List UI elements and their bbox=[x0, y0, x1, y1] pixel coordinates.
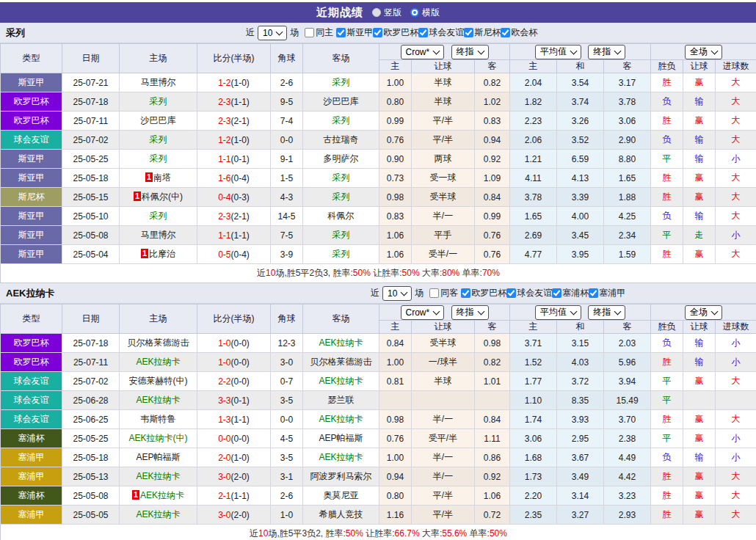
score-cell[interactable]: 1-2(1-0) bbox=[197, 73, 271, 92]
checkbox-checked-icon[interactable] bbox=[373, 28, 382, 37]
checkbox-checked-icon[interactable] bbox=[506, 288, 516, 298]
away-team-cell[interactable]: 奥莫尼亚 bbox=[303, 486, 379, 506]
team-link[interactable]: AEK拉纳卡 bbox=[319, 338, 363, 348]
team-link[interactable]: 比摩治 bbox=[149, 249, 175, 259]
team-link[interactable]: 采列 bbox=[332, 77, 350, 87]
home-team-cell[interactable]: AEP帕福斯 bbox=[120, 448, 197, 467]
away-team-cell[interactable]: AEK拉纳卡 bbox=[303, 448, 379, 467]
team-link[interactable]: AEK拉纳卡 bbox=[319, 414, 363, 424]
away-team-cell[interactable]: 采列 bbox=[303, 245, 379, 264]
home-team-cell[interactable]: 采列 bbox=[120, 131, 197, 150]
checkbox-checked-icon[interactable] bbox=[464, 28, 473, 37]
score-cell[interactable]: 1-1(1-1) bbox=[197, 226, 271, 245]
home-team-cell[interactable]: AEK拉纳卡 bbox=[120, 391, 197, 410]
away-team-cell[interactable]: 瑟兰联 bbox=[303, 391, 379, 410]
away-team-cell[interactable]: 希腊人竞技 bbox=[303, 506, 379, 525]
layout-radio-vertical[interactable]: 竖版 bbox=[372, 7, 401, 19]
team-link[interactable]: 科佩尔(中) bbox=[142, 191, 183, 202]
away-team-cell[interactable]: 阿波罗利马索尔 bbox=[303, 467, 379, 486]
fulltime-score[interactable]: 0-4 bbox=[218, 192, 230, 202]
team-link[interactable]: 瑟兰联 bbox=[328, 395, 355, 405]
team-link[interactable]: 沙巴巴库 bbox=[324, 96, 359, 106]
odds-stage-select[interactable]: 终指 bbox=[451, 45, 489, 59]
home-team-cell[interactable]: 采列 bbox=[120, 207, 197, 226]
odds-company-select[interactable]: Crow* bbox=[401, 305, 445, 320]
team-link[interactable]: AEK拉纳卡 bbox=[319, 452, 363, 462]
away-team-cell[interactable]: 采列 bbox=[303, 169, 379, 188]
team-link[interactable]: AEK拉纳卡 bbox=[136, 395, 180, 405]
away-team-cell[interactable]: 多明萨尔 bbox=[303, 150, 379, 169]
team-link[interactable]: AEK拉纳卡 bbox=[319, 376, 363, 386]
avg-stage-select[interactable]: 终指 bbox=[588, 45, 625, 59]
home-team-cell[interactable]: 安德莱赫特(中) bbox=[120, 372, 197, 391]
team-link[interactable]: 科佩尔 bbox=[328, 211, 355, 221]
fulltime-score[interactable]: 2-0 bbox=[218, 453, 230, 463]
score-cell[interactable]: 2-2(0-0) bbox=[197, 372, 271, 391]
team-link[interactable]: 马里博尔 bbox=[141, 230, 176, 240]
avg-source-select[interactable]: 平均值 bbox=[535, 305, 581, 320]
score-cell[interactable]: 1-2(1-0) bbox=[197, 131, 271, 150]
fulltime-score[interactable]: 1-6 bbox=[218, 173, 230, 183]
team-link[interactable]: AEP帕福斯 bbox=[319, 433, 363, 443]
fulltime-score[interactable]: 1-0 bbox=[218, 338, 230, 349]
team-link[interactable]: 采列 bbox=[332, 191, 350, 202]
away-team-cell[interactable]: 采列 bbox=[303, 112, 379, 131]
team-link[interactable]: 阿波罗利马索尔 bbox=[310, 471, 372, 481]
team-link[interactable]: 采列 bbox=[150, 211, 167, 221]
league-filter-item[interactable]: 斯尼杯 bbox=[464, 26, 501, 39]
team-link[interactable]: 采列 bbox=[332, 249, 350, 259]
home-team-cell[interactable]: 采列 bbox=[120, 92, 197, 112]
checkbox-checked-icon[interactable] bbox=[501, 28, 510, 37]
radio-icon[interactable] bbox=[372, 8, 381, 17]
league-filter-item[interactable]: 欧会杯 bbox=[501, 26, 537, 39]
team-link[interactable]: 希腊人竞技 bbox=[319, 509, 363, 519]
home-team-cell[interactable]: 1比摩治 bbox=[120, 245, 197, 264]
team-link[interactable]: AEK拉纳卡 bbox=[136, 509, 180, 519]
score-cell[interactable]: 1-6(0-4) bbox=[197, 169, 271, 188]
fulltime-score[interactable]: 3-0 bbox=[218, 510, 230, 520]
checkbox-checked-icon[interactable] bbox=[461, 288, 470, 298]
score-cell[interactable]: 2-1(1-1) bbox=[197, 486, 271, 506]
league-filter-item[interactable]: 塞浦杯 bbox=[552, 287, 589, 299]
avg-source-select[interactable]: 平均值 bbox=[535, 45, 581, 59]
away-team-cell[interactable]: AEK拉纳卡 bbox=[303, 410, 379, 429]
score-cell[interactable]: 2-3(1-1) bbox=[197, 92, 271, 112]
checkbox-unchecked-icon[interactable] bbox=[305, 28, 314, 37]
scope-select[interactable]: 全场 bbox=[685, 45, 722, 59]
score-cell[interactable]: 2-3(2-1) bbox=[197, 112, 271, 131]
fulltime-score[interactable]: 1-2 bbox=[218, 78, 230, 88]
fulltime-score[interactable]: 1-1 bbox=[218, 230, 230, 241]
home-team-cell[interactable]: 采列 bbox=[120, 150, 197, 169]
home-team-cell[interactable]: AEK拉纳卡 bbox=[120, 506, 197, 525]
home-team-cell[interactable]: 贝尔格莱德游击 bbox=[120, 334, 197, 353]
fulltime-score[interactable]: 3-3 bbox=[218, 395, 230, 406]
away-team-cell[interactable]: 沙巴巴库 bbox=[303, 92, 379, 112]
score-cell[interactable]: 1-0(0-0) bbox=[197, 353, 271, 372]
team-link[interactable]: 古拉瑞奇 bbox=[324, 134, 359, 145]
away-team-cell[interactable]: 古拉瑞奇 bbox=[303, 131, 379, 150]
team-link[interactable]: 南塔 bbox=[153, 172, 171, 183]
score-cell[interactable]: 1-0(0-0) bbox=[197, 334, 271, 353]
fulltime-score[interactable]: 0-5 bbox=[218, 249, 230, 260]
away-team-cell[interactable]: 采列 bbox=[303, 188, 379, 207]
team-link[interactable]: 采列 bbox=[150, 96, 167, 106]
team-link[interactable]: 安德莱赫特(中) bbox=[129, 376, 188, 386]
fulltime-score[interactable]: 3-0 bbox=[218, 472, 230, 482]
team-link[interactable]: 沙巴巴库 bbox=[141, 115, 176, 125]
score-cell[interactable]: 0-5(0-4) bbox=[197, 245, 271, 264]
score-cell[interactable]: 1-3(1-1) bbox=[197, 410, 271, 429]
score-cell[interactable]: 1-1(0-1) bbox=[197, 150, 271, 169]
odds-company-select[interactable]: Crow* bbox=[401, 45, 445, 59]
fulltime-score[interactable]: 2-2 bbox=[218, 376, 230, 387]
team-link[interactable]: AEK拉纳卡 bbox=[140, 490, 184, 500]
home-team-cell[interactable]: 沙巴巴库 bbox=[120, 112, 197, 131]
away-team-cell[interactable]: AEP帕福斯 bbox=[303, 429, 379, 448]
league-filter-item[interactable]: 欧罗巴杯 bbox=[461, 287, 506, 299]
fulltime-score[interactable]: 1-1 bbox=[218, 154, 230, 164]
team-link[interactable]: AEK拉纳卡(中) bbox=[128, 433, 187, 443]
score-cell[interactable]: 3-0(2-0) bbox=[197, 467, 271, 486]
home-team-cell[interactable]: 马里博尔 bbox=[120, 226, 197, 245]
avg-stage-select[interactable]: 终指 bbox=[588, 305, 625, 320]
score-cell[interactable]: 3-3(0-1) bbox=[197, 391, 271, 410]
team-link[interactable]: 贝尔格莱德游击 bbox=[128, 338, 189, 348]
